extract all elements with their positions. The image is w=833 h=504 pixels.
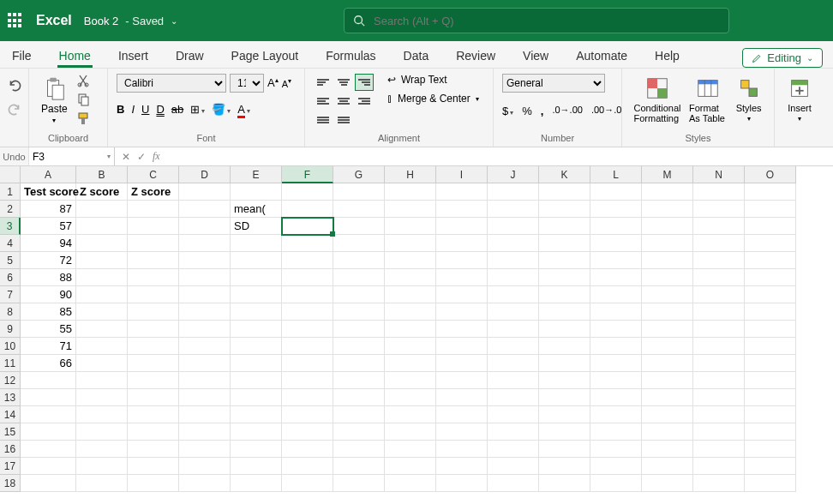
cell-C4[interactable]	[128, 235, 179, 252]
cell-I17[interactable]	[436, 458, 488, 475]
row-header-7[interactable]: 7	[0, 286, 21, 303]
copy-icon[interactable]	[76, 93, 90, 106]
cell-K8[interactable]	[539, 303, 590, 321]
cell-G16[interactable]	[333, 441, 385, 458]
cell-A15[interactable]	[21, 423, 76, 441]
cell-N2[interactable]	[693, 201, 745, 218]
align-mid-right[interactable]	[355, 93, 374, 110]
cell-L18[interactable]	[590, 475, 642, 492]
cell-E9[interactable]	[231, 321, 282, 338]
cell-L9[interactable]	[590, 321, 642, 338]
cell-C11[interactable]	[128, 355, 179, 372]
cell-A9[interactable]: 55	[21, 321, 76, 338]
align-top-center[interactable]	[334, 74, 353, 91]
cell-H3[interactable]	[385, 218, 436, 235]
increase-decimal-button[interactable]: .0→.00	[552, 105, 582, 117]
cell-C15[interactable]	[128, 423, 179, 441]
cell-styles-button[interactable]: Styles ▾	[732, 74, 765, 124]
row-header-2[interactable]: 2	[0, 201, 21, 218]
app-launcher-icon[interactable]	[7, 12, 24, 29]
cell-G13[interactable]	[333, 389, 385, 406]
cell-L10[interactable]	[590, 338, 642, 355]
cell-K6[interactable]	[539, 269, 590, 286]
col-header-M[interactable]: M	[642, 166, 693, 183]
cell-K1[interactable]	[539, 183, 590, 201]
number-format-select[interactable]: General	[502, 74, 605, 93]
cell-C14[interactable]	[128, 406, 179, 423]
accept-formula-icon[interactable]: ✓	[137, 151, 146, 163]
col-header-H[interactable]: H	[385, 166, 436, 183]
cell-J16[interactable]	[488, 441, 539, 458]
cell-K4[interactable]	[539, 235, 590, 252]
cell-J2[interactable]	[488, 201, 539, 218]
cell-I15[interactable]	[436, 423, 488, 441]
cell-H18[interactable]	[385, 475, 436, 492]
cell-G11[interactable]	[333, 355, 385, 372]
cell-B2[interactable]	[76, 201, 128, 218]
cell-F9[interactable]	[282, 321, 333, 338]
font-color-button[interactable]: A	[237, 103, 250, 116]
cell-H9[interactable]	[385, 321, 436, 338]
paste-button[interactable]: Paste ▾	[38, 74, 71, 126]
cell-G1[interactable]	[333, 183, 385, 201]
cell-J10[interactable]	[488, 338, 539, 355]
cell-M3[interactable]	[642, 218, 693, 235]
name-box-input[interactable]	[33, 151, 93, 163]
cell-D18[interactable]	[179, 475, 231, 492]
cell-O15[interactable]	[745, 423, 796, 441]
cell-I8[interactable]	[436, 303, 488, 321]
cell-M8[interactable]	[642, 303, 693, 321]
cell-D13[interactable]	[179, 389, 231, 406]
cell-D4[interactable]	[179, 235, 231, 252]
cell-J9[interactable]	[488, 321, 539, 338]
cell-J13[interactable]	[488, 389, 539, 406]
col-header-F[interactable]: F	[282, 166, 333, 183]
indent-decrease[interactable]	[314, 111, 333, 129]
cell-E3[interactable]: SD	[231, 218, 282, 235]
cell-C8[interactable]	[128, 303, 179, 321]
cell-J6[interactable]	[488, 269, 539, 286]
cell-L17[interactable]	[590, 458, 642, 475]
cell-C18[interactable]	[128, 475, 179, 492]
cell-E15[interactable]	[231, 423, 282, 441]
align-top-right[interactable]	[355, 74, 374, 91]
cell-H8[interactable]	[385, 303, 436, 321]
cell-A13[interactable]	[21, 389, 76, 406]
col-header-E[interactable]: E	[231, 166, 282, 183]
row-header-11[interactable]: 11	[0, 355, 21, 372]
cell-J18[interactable]	[488, 475, 539, 492]
cell-K13[interactable]	[539, 389, 590, 406]
cell-M11[interactable]	[642, 355, 693, 372]
cell-L12[interactable]	[590, 372, 642, 389]
cell-C13[interactable]	[128, 389, 179, 406]
cell-L16[interactable]	[590, 441, 642, 458]
tab-review[interactable]: Review	[454, 44, 497, 68]
currency-button[interactable]: $	[502, 105, 513, 117]
tab-data[interactable]: Data	[402, 44, 431, 68]
row-header-12[interactable]: 12	[0, 372, 21, 389]
cell-L7[interactable]	[590, 286, 642, 303]
col-header-I[interactable]: I	[436, 166, 488, 183]
cell-O1[interactable]	[745, 183, 796, 201]
row-header-6[interactable]: 6	[0, 269, 21, 286]
cell-J3[interactable]	[488, 218, 539, 235]
cell-B18[interactable]	[76, 475, 128, 492]
cell-O17[interactable]	[745, 458, 796, 475]
cell-E6[interactable]	[231, 269, 282, 286]
col-header-A[interactable]: A	[21, 166, 76, 183]
cell-F11[interactable]	[282, 355, 333, 372]
cell-L6[interactable]	[590, 269, 642, 286]
cell-D14[interactable]	[179, 406, 231, 423]
fill-handle[interactable]	[330, 231, 335, 237]
cell-N12[interactable]	[693, 372, 745, 389]
cell-M9[interactable]	[642, 321, 693, 338]
row-header-14[interactable]: 14	[0, 406, 21, 423]
cell-A12[interactable]	[21, 372, 76, 389]
cell-I7[interactable]	[436, 286, 488, 303]
cell-E1[interactable]	[231, 183, 282, 201]
cell-K15[interactable]	[539, 423, 590, 441]
increase-font-icon[interactable]: A▴	[267, 76, 279, 89]
cell-D10[interactable]	[179, 338, 231, 355]
cell-D1[interactable]	[179, 183, 231, 201]
cell-A5[interactable]: 72	[21, 252, 76, 269]
